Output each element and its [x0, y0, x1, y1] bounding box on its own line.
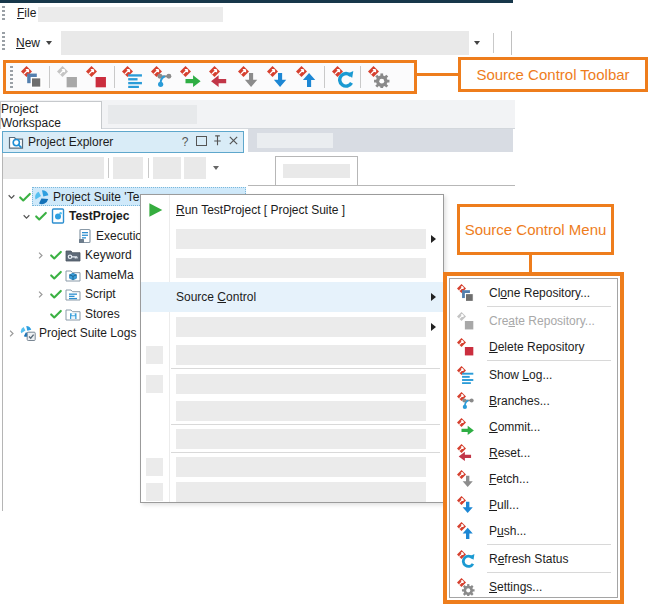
- submenu-arrow-icon: [431, 293, 436, 301]
- submenu-item-label: Clone Repository...: [489, 286, 590, 300]
- panel-title: Project Explorer: [28, 135, 113, 149]
- reset-button[interactable]: [205, 64, 234, 90]
- submenu-item-label: Refresh Status: [489, 552, 568, 566]
- tree-item-label: TestProjec: [69, 207, 129, 226]
- redacted-menu-item[interactable]: [141, 454, 443, 480]
- submenu-item-clone-repository[interactable]: Clone Repository...: [450, 280, 617, 306]
- tree-expander-icon[interactable]: [20, 207, 33, 226]
- redacted-menu-icon: [146, 375, 163, 393]
- tree-expander-icon[interactable]: [5, 324, 18, 343]
- push-icon: [457, 522, 475, 540]
- reset-icon: [457, 444, 475, 462]
- menu-item-run-testproject[interactable]: Run TestProject [ Project Suite ]: [141, 195, 443, 224]
- submenu-item-label: Create Repository...: [489, 314, 595, 328]
- pull-button[interactable]: [263, 64, 292, 90]
- redacted-tab[interactable]: [108, 105, 197, 124]
- suite-logs-icon: [20, 324, 37, 343]
- toolbar-group-divider: [49, 66, 50, 88]
- redacted-menu-label: [176, 457, 426, 477]
- tree-item-label: Project Suite Logs: [39, 324, 136, 343]
- close-icon[interactable]: [225, 135, 241, 149]
- toolbar-more-icon[interactable]: [213, 166, 219, 170]
- redacted-menu-item[interactable]: [141, 224, 443, 253]
- redacted-toolbar-button[interactable]: [153, 157, 181, 179]
- toolbar-group-divider: [360, 66, 361, 88]
- toolbar-group-divider: [324, 66, 325, 88]
- redacted-menu-item[interactable]: [141, 398, 443, 424]
- submenu-item-settings[interactable]: Settings...: [450, 574, 617, 600]
- redacted-toolbar-button[interactable]: [3, 157, 104, 179]
- redacted-menu-item[interactable]: [141, 312, 443, 342]
- create-repository-button[interactable]: [53, 64, 82, 90]
- redacted-toolbar-button[interactable]: [184, 157, 206, 179]
- redacted-menu-item[interactable]: [141, 253, 443, 282]
- submenu-item-create-repository[interactable]: Create Repository...: [450, 308, 617, 334]
- settings-button[interactable]: [364, 64, 393, 90]
- execplan-icon: [77, 226, 94, 245]
- submenu-item-branches[interactable]: Branches...: [450, 388, 617, 414]
- toolbar-divider: [108, 158, 109, 178]
- menu-item-source-control[interactable]: Source Control: [141, 282, 443, 312]
- delete-repository-button[interactable]: [82, 64, 111, 90]
- tree-expander-icon[interactable]: [34, 285, 47, 304]
- menu-file[interactable]: File: [17, 6, 36, 20]
- submenu-item-commit[interactable]: Commit...: [450, 414, 617, 440]
- push-button[interactable]: [292, 64, 321, 90]
- redacted-menu-item[interactable]: [141, 342, 443, 368]
- new-button[interactable]: New: [16, 36, 52, 50]
- toolbar-divider: [493, 33, 494, 53]
- project-explorer-header: Project Explorer ?: [2, 131, 244, 153]
- submenu-item-fetch[interactable]: Fetch...: [450, 466, 617, 492]
- menu-callout-label: Source Control Menu: [465, 221, 607, 238]
- redacted-menu-items[interactable]: [38, 7, 223, 22]
- submenu-item-label: Commit...: [489, 420, 540, 434]
- clone-repository-button[interactable]: [17, 64, 46, 90]
- fetch-button[interactable]: [234, 64, 263, 90]
- menu-separator: [487, 544, 611, 545]
- submenu-callout-frame: Clone Repository...Create Repository...D…: [443, 272, 624, 604]
- redacted-menu-item[interactable]: [141, 480, 443, 504]
- submenu-item-refresh-status[interactable]: Refresh Status: [450, 546, 617, 572]
- submenu-arrow-icon: [431, 235, 436, 243]
- tab-project-workspace[interactable]: Project Workspace: [0, 101, 102, 129]
- tree-item-label: Stores: [85, 304, 120, 323]
- delete-repository-icon: [457, 338, 475, 356]
- redacted-toolbar-button[interactable]: [113, 157, 143, 179]
- fetch-icon: [457, 470, 475, 488]
- submenu-arrow-icon: [431, 323, 436, 331]
- folder-key-icon: [65, 246, 82, 265]
- toolbar-grip[interactable]: [10, 66, 13, 88]
- menu-separator: [487, 360, 611, 361]
- submenu-item-show-log[interactable]: Show Log...: [450, 362, 617, 388]
- standard-toolbar-grip[interactable]: [2, 32, 5, 52]
- submenu-item-reset[interactable]: Reset...: [450, 440, 617, 466]
- submenu-item-pull[interactable]: Pull...: [450, 492, 617, 518]
- tree-expander-icon[interactable]: [34, 246, 47, 265]
- branches-button[interactable]: [147, 64, 176, 90]
- pin-icon[interactable]: [209, 134, 225, 150]
- redacted-menu-label: [176, 401, 426, 421]
- redacted-menu-label: [176, 482, 426, 502]
- maximize-icon[interactable]: [193, 135, 209, 149]
- submenu-item-label: Pull...: [489, 498, 519, 512]
- redacted-menu-item[interactable]: [141, 370, 443, 398]
- commit-button[interactable]: [176, 64, 205, 90]
- redacted-menu-label: [176, 317, 426, 337]
- redacted-combobox[interactable]: [61, 31, 469, 55]
- show-log-button[interactable]: [118, 64, 147, 90]
- refresh-status-button[interactable]: [328, 64, 357, 90]
- check-icon: [34, 207, 49, 226]
- menubar-grip[interactable]: [2, 6, 5, 22]
- clone-repository-icon: [457, 284, 475, 302]
- tree-expander-icon[interactable]: [5, 187, 18, 206]
- redacted-document-tab[interactable]: [275, 156, 358, 186]
- submenu-item-delete-repository[interactable]: Delete Repository: [450, 334, 617, 360]
- redacted-menu-item[interactable]: [141, 426, 443, 452]
- redacted-menu-icon: [146, 458, 163, 476]
- toolbar-callout-connector: [417, 73, 458, 76]
- combobox-dropdown-icon[interactable]: [474, 41, 480, 45]
- menu-item-label: Run TestProject [ Project Suite ]: [176, 203, 345, 217]
- menu-separator: [487, 306, 611, 307]
- help-icon[interactable]: ?: [177, 135, 193, 149]
- submenu-item-push[interactable]: Push...: [450, 518, 617, 544]
